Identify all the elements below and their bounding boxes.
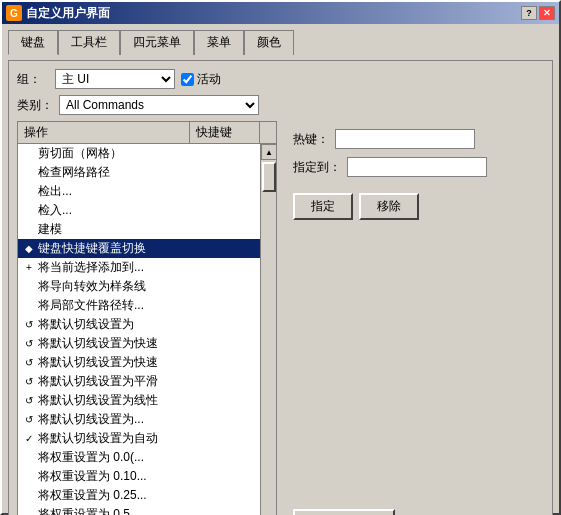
item-icon: ↺	[22, 414, 36, 425]
scrollbar[interactable]: ▲ ▼	[260, 144, 276, 515]
hotkey-input[interactable]	[335, 129, 475, 149]
item-icon: ↺	[22, 338, 36, 349]
list-item[interactable]: ↺ 将默认切线设置为线性	[18, 391, 260, 410]
list-item[interactable]: 检查网络路径	[18, 163, 260, 182]
list-item[interactable]: ↺ 将默认切线设置为平滑	[18, 372, 260, 391]
list-item[interactable]: ↺ 将默认切线设置为快速	[18, 334, 260, 353]
item-op: 将默认切线设置为快速	[38, 354, 186, 371]
list-item[interactable]: ↺ 将默认切线设置为快速	[18, 353, 260, 372]
tab-content: 组： 主 UI 活动 类别： All Commands	[8, 60, 553, 515]
active-label: 活动	[197, 71, 221, 88]
item-icon: ↺	[22, 319, 36, 330]
group-select[interactable]: 主 UI	[55, 69, 175, 89]
item-op: 将局部文件路径转...	[38, 297, 186, 314]
item-icon: ◆	[22, 243, 36, 254]
remove-button[interactable]: 移除	[359, 193, 419, 220]
title-buttons: ? ✕	[521, 6, 555, 20]
item-op: 建模	[38, 221, 186, 238]
list-item[interactable]: 将导向转效为样条线	[18, 277, 260, 296]
active-checkbox[interactable]	[181, 73, 194, 86]
list-item[interactable]: 检入...	[18, 201, 260, 220]
group-label: 组：	[17, 71, 49, 88]
item-icon: ↺	[22, 357, 36, 368]
scroll-track[interactable]	[261, 160, 276, 515]
title-bar: G 自定义用户界面 ? ✕	[2, 2, 559, 24]
tab-keyboard[interactable]: 键盘	[8, 30, 58, 55]
list-item[interactable]: 将权重设置为 0.10...	[18, 467, 260, 486]
help-button[interactable]: ?	[521, 6, 537, 20]
category-label: 类别：	[17, 97, 53, 114]
item-op: 将权重设置为 0.5 ...	[38, 506, 186, 515]
group-row: 组： 主 UI 活动	[17, 69, 544, 89]
list-item[interactable]: ↺ 将默认切线设置为	[18, 315, 260, 334]
list-item[interactable]: 剪切面（网格）	[18, 144, 260, 163]
item-op: 剪切面（网格）	[38, 145, 186, 162]
item-op: 检出...	[38, 183, 186, 200]
list-item[interactable]: 将权重设置为 0.5 ...	[18, 505, 260, 515]
list-item[interactable]: 检出...	[18, 182, 260, 201]
list-item[interactable]: 将权重设置为 0.0(...	[18, 448, 260, 467]
item-op: 将默认切线设置为...	[38, 411, 186, 428]
item-op: 将默认切线设置为平滑	[38, 373, 186, 390]
tab-color[interactable]: 颜色	[244, 30, 294, 55]
assign-btn-row: 指定 移除	[285, 193, 544, 220]
item-icon: ✓	[22, 433, 36, 444]
assign-input[interactable]	[347, 157, 487, 177]
active-checkbox-label: 活动	[181, 71, 221, 88]
app-icon: G	[6, 5, 22, 21]
tab-bar: 键盘 工具栏 四元菜单 菜单 颜色	[8, 30, 553, 55]
item-op: 将权重设置为 0.0(...	[38, 449, 186, 466]
operations-list-panel: 操作 快捷键 剪切面（网格） 检查网络路径 检出... 检入... 建	[17, 121, 277, 515]
item-op: 将默认切线设置为线性	[38, 392, 186, 409]
scroll-thumb[interactable]	[262, 162, 276, 192]
col-op-header: 操作	[18, 122, 190, 143]
item-op: 将默认切线设置为	[38, 316, 186, 333]
item-op: 检查网络路径	[38, 164, 186, 181]
item-op: 将当前选择添加到...	[38, 259, 186, 276]
col-scroll-header	[260, 122, 276, 143]
right-panel: 热键： 指定到： 指定 移除 写入键盘表...	[285, 121, 544, 515]
tab-menu[interactable]: 菜单	[194, 30, 244, 55]
list-item[interactable]: 将局部文件路径转...	[18, 296, 260, 315]
list-header: 操作 快捷键	[18, 122, 276, 144]
item-op: 将默认切线设置为自动	[38, 430, 186, 447]
scroll-up-btn[interactable]: ▲	[261, 144, 276, 160]
close-button[interactable]: ✕	[539, 6, 555, 20]
category-select[interactable]: All Commands	[59, 95, 259, 115]
assign-button[interactable]: 指定	[293, 193, 353, 220]
col-shortcut-header: 快捷键	[190, 122, 260, 143]
item-icon: ↺	[22, 376, 36, 387]
tab-toolbar[interactable]: 工具栏	[58, 30, 120, 55]
title-bar-left: G 自定义用户界面	[6, 5, 110, 22]
item-op: 将权重设置为 0.10...	[38, 468, 186, 485]
item-op: 将导向转效为样条线	[38, 278, 186, 295]
tab-quad-menu[interactable]: 四元菜单	[120, 30, 194, 55]
content-area: 键盘 工具栏 四元菜单 菜单 颜色 组： 主 UI 活动 类别：	[2, 24, 559, 515]
item-op: 将权重设置为 0.25...	[38, 487, 186, 504]
right-form: 热键： 指定到：	[285, 121, 544, 185]
hotkey-label: 热键：	[293, 131, 329, 148]
window-title: 自定义用户界面	[26, 5, 110, 22]
list-item[interactable]: + 将当前选择添加到...	[18, 258, 260, 277]
hotkey-row: 热键：	[293, 129, 536, 149]
item-icon: +	[22, 262, 36, 273]
item-op: 键盘快捷键覆盖切换	[38, 240, 186, 257]
assign-label: 指定到：	[293, 159, 341, 176]
list-item[interactable]: ✓ 将默认切线设置为自动	[18, 429, 260, 448]
list-item[interactable]: ◆ 键盘快捷键覆盖切换	[18, 239, 260, 258]
item-icon: ↺	[22, 395, 36, 406]
main-window: G 自定义用户界面 ? ✕ 键盘 工具栏 四元菜单 菜单 颜色 组： 主 UI	[0, 0, 561, 515]
item-op: 检入...	[38, 202, 186, 219]
main-area: 操作 快捷键 剪切面（网格） 检查网络路径 检出... 检入... 建	[17, 121, 544, 515]
list-item[interactable]: 将权重设置为 0.25...	[18, 486, 260, 505]
list-item[interactable]: ↺ 将默认切线设置为...	[18, 410, 260, 429]
item-op: 将默认切线设置为快速	[38, 335, 186, 352]
list-items: 剪切面（网格） 检查网络路径 检出... 检入... 建模 ◆ 键盘快捷键覆盖切…	[18, 144, 260, 515]
list-item[interactable]: 建模	[18, 220, 260, 239]
write-keyboard-button[interactable]: 写入键盘表...	[293, 509, 395, 515]
assign-row: 指定到：	[293, 157, 536, 177]
category-row: 类别： All Commands	[17, 95, 544, 115]
